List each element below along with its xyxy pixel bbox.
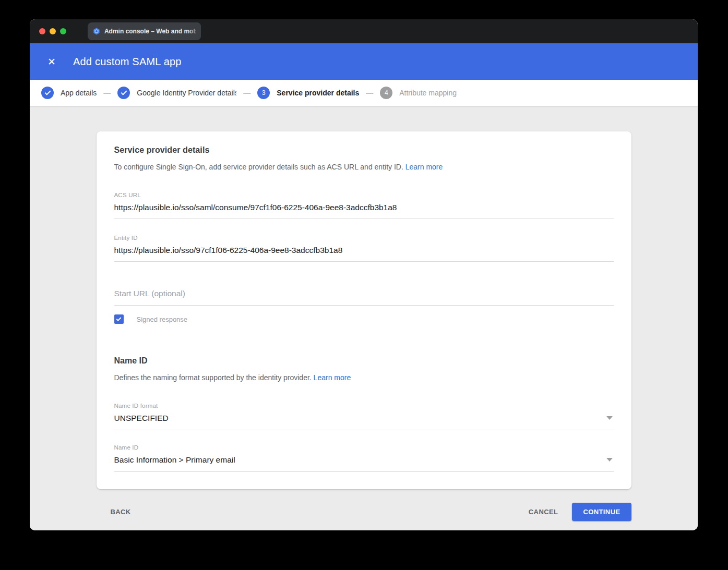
service-provider-card: Service provider details To configure Si… (97, 131, 631, 489)
description-text: Defines the naming format supported by t… (114, 373, 312, 382)
name-id-dropdown[interactable]: Name ID Basic Information > Primary emai… (114, 444, 614, 472)
dialog-content: Service provider details To configure Si… (30, 106, 698, 530)
step-service-provider-details[interactable]: 3 Service provider details (257, 87, 359, 99)
step-separator: — (243, 89, 250, 97)
name-id-description: Defines the naming format supported by t… (114, 373, 614, 382)
start-url-field (114, 289, 614, 306)
signed-response-row: Signed response (114, 314, 614, 324)
dialog-title: Add custom SAML app (73, 56, 182, 68)
learn-more-link[interactable]: Learn more (405, 163, 443, 171)
step-attribute-mapping[interactable]: 4 Attribute mapping (380, 87, 457, 99)
description-text: To configure Single Sign-On, add service… (114, 163, 403, 171)
chevron-down-icon (606, 458, 613, 462)
minimize-window-button[interactable] (50, 28, 56, 34)
entity-id-field: Entity ID https://plausible.io/sso/97cf1… (114, 235, 614, 262)
cancel-button[interactable]: CANCEL (529, 508, 558, 516)
name-id-format-dropdown[interactable]: Name ID format UNSPECIFIED (114, 403, 614, 430)
step-label: Google Identity Provider details (137, 89, 236, 97)
browser-tab-bar: Admin console – Web and mobile a (30, 19, 698, 43)
browser-window: Admin console – Web and mobile a ✕ Add c… (30, 19, 698, 530)
step-google-identity-provider-details[interactable]: Google Identity Provider details (117, 87, 236, 99)
zoom-window-button[interactable] (60, 28, 66, 34)
back-button[interactable]: BACK (111, 508, 131, 516)
acs-url-label: ACS URL (114, 192, 614, 198)
step-number-badge: 4 (380, 87, 392, 99)
close-icon[interactable]: ✕ (46, 57, 57, 67)
close-window-button[interactable] (39, 28, 45, 34)
continue-button[interactable]: CONTINUE (572, 503, 631, 521)
section-description: To configure Single Sign-On, add service… (114, 163, 614, 171)
wizard-stepper: App details — Google Identity Provider d… (30, 80, 698, 106)
step-separator: — (103, 89, 111, 97)
acs-url-value[interactable]: https://plausible.io/sso/saml/consume/97… (114, 198, 614, 219)
signed-response-label: Signed response (137, 316, 188, 323)
browser-tab[interactable]: Admin console – Web and mobile a (88, 22, 201, 40)
name-id-format-label: Name ID format (114, 403, 614, 409)
acs-url-field: ACS URL https://plausible.io/sso/saml/co… (114, 192, 614, 219)
chevron-down-icon (606, 416, 613, 420)
step-label: App details (61, 89, 97, 97)
dialog-footer: BACK CANCEL CONTINUE (97, 503, 631, 521)
tab-title: Admin console – Web and mobile a (104, 28, 196, 35)
checkbox-check-icon (116, 316, 122, 321)
step-app-details[interactable]: App details (41, 87, 97, 99)
start-url-input[interactable] (114, 289, 614, 306)
signed-response-checkbox[interactable] (114, 314, 124, 324)
name-id-value: Basic Information > Primary email (114, 451, 614, 472)
desktop-background: { "window": { "tab": { "title": "Admin c… (0, 0, 728, 570)
name-id-label: Name ID (114, 444, 614, 451)
name-id-format-value: UNSPECIFIED (114, 409, 614, 430)
step-complete-check-icon (117, 87, 130, 99)
step-complete-check-icon (41, 87, 54, 99)
entity-id-value[interactable]: https://plausible.io/sso/97cf1f06-6225-4… (114, 241, 614, 262)
learn-more-link[interactable]: Learn more (314, 373, 351, 382)
window-controls (39, 28, 66, 34)
step-label: Service provider details (277, 89, 359, 97)
step-number-badge: 3 (257, 87, 270, 99)
section-title-service-provider: Service provider details (114, 145, 614, 155)
admin-console-favicon-icon (93, 27, 100, 35)
entity-id-label: Entity ID (114, 235, 614, 241)
dialog-header: ✕ Add custom SAML app (30, 43, 698, 80)
step-label: Attribute mapping (399, 89, 457, 97)
section-title-name-id: Name ID (114, 356, 614, 366)
step-separator: — (366, 89, 373, 97)
